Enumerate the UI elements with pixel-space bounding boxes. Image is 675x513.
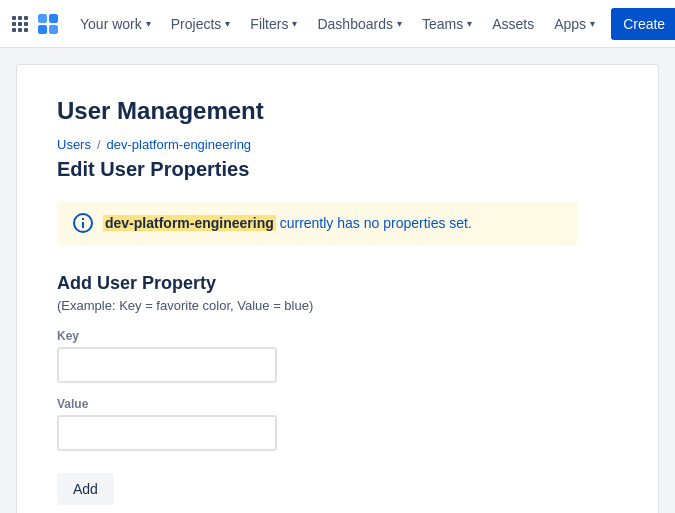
add-property-title: Add User Property bbox=[57, 273, 618, 294]
teams-chevron-icon: ▾ bbox=[467, 18, 472, 29]
value-input[interactable] bbox=[57, 415, 277, 451]
svg-rect-3 bbox=[49, 25, 58, 34]
info-message: currently has no properties set. bbox=[276, 215, 472, 231]
key-label: Key bbox=[57, 329, 618, 343]
info-icon bbox=[73, 213, 93, 233]
dashboards-label: Dashboards bbox=[317, 16, 393, 32]
assets-menu[interactable]: Assets bbox=[484, 8, 542, 40]
navbar: Your work ▾ Projects ▾ Filters ▾ Dashboa… bbox=[0, 0, 675, 48]
teams-menu[interactable]: Teams ▾ bbox=[414, 8, 480, 40]
grid-icon bbox=[12, 16, 28, 32]
logo[interactable] bbox=[36, 10, 60, 38]
projects-chevron-icon: ▾ bbox=[225, 18, 230, 29]
info-username: dev-platform-engineering bbox=[103, 215, 276, 231]
create-button[interactable]: Create bbox=[611, 8, 675, 40]
dashboards-chevron-icon: ▾ bbox=[397, 18, 402, 29]
filters-menu[interactable]: Filters ▾ bbox=[242, 8, 305, 40]
svg-rect-1 bbox=[49, 14, 58, 23]
key-field-group: Key bbox=[57, 329, 618, 383]
value-field-group: Value bbox=[57, 397, 618, 451]
breadcrumb: Users / dev-platform-engineering bbox=[57, 137, 618, 152]
value-label: Value bbox=[57, 397, 618, 411]
page-title: User Management bbox=[57, 97, 618, 125]
assets-label: Assets bbox=[492, 16, 534, 32]
svg-rect-5 bbox=[82, 222, 84, 228]
breadcrumb-users-link[interactable]: Users bbox=[57, 137, 91, 152]
key-input[interactable] bbox=[57, 347, 277, 383]
your-work-chevron-icon: ▾ bbox=[146, 18, 151, 29]
breadcrumb-user-link[interactable]: dev-platform-engineering bbox=[107, 137, 252, 152]
main-content: User Management Users / dev-platform-eng… bbox=[16, 64, 659, 513]
info-banner: dev-platform-engineering currently has n… bbox=[57, 201, 577, 245]
filters-label: Filters bbox=[250, 16, 288, 32]
breadcrumb-separator: / bbox=[97, 137, 101, 152]
svg-rect-6 bbox=[82, 218, 84, 220]
dashboards-menu[interactable]: Dashboards ▾ bbox=[309, 8, 410, 40]
your-work-label: Your work bbox=[80, 16, 142, 32]
add-button[interactable]: Add bbox=[57, 473, 114, 505]
projects-label: Projects bbox=[171, 16, 222, 32]
section-title: Edit User Properties bbox=[57, 158, 618, 181]
your-work-menu[interactable]: Your work ▾ bbox=[72, 8, 159, 40]
apps-menu[interactable]: Apps ▾ bbox=[546, 8, 603, 40]
teams-label: Teams bbox=[422, 16, 463, 32]
svg-rect-0 bbox=[38, 14, 47, 23]
apps-chevron-icon: ▾ bbox=[590, 18, 595, 29]
apps-label: Apps bbox=[554, 16, 586, 32]
svg-rect-2 bbox=[38, 25, 47, 34]
filters-chevron-icon: ▾ bbox=[292, 18, 297, 29]
add-property-example: (Example: Key = favorite color, Value = … bbox=[57, 298, 618, 313]
info-text: dev-platform-engineering currently has n… bbox=[103, 215, 472, 231]
app-switcher-button[interactable] bbox=[12, 10, 28, 38]
projects-menu[interactable]: Projects ▾ bbox=[163, 8, 239, 40]
